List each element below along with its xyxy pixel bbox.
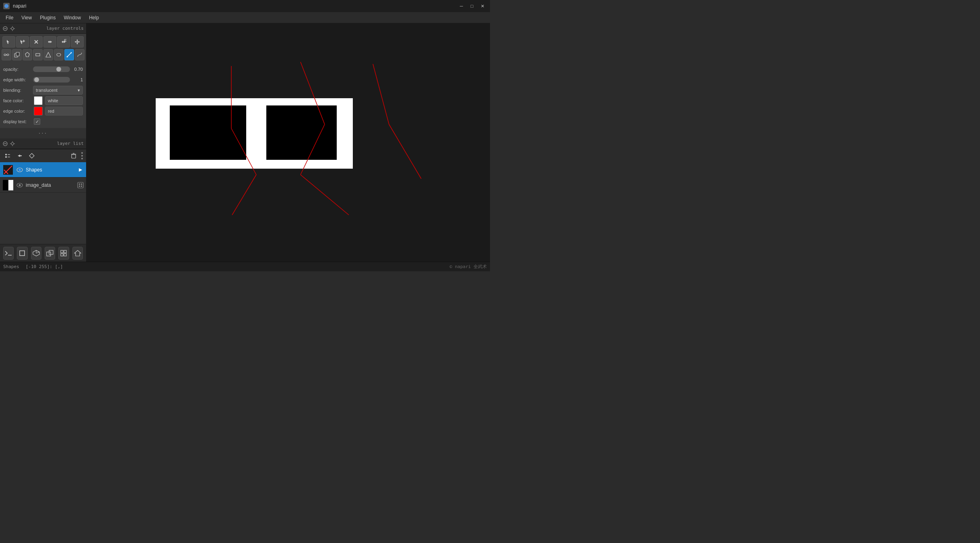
remove-vertex-tool[interactable] [30, 36, 43, 47]
menu-bar: File View Plugins Window Help [0, 12, 490, 23]
face-color-row: face color: white [3, 97, 83, 105]
svg-rect-74 [64, 254, 66, 256]
image-layer-name: image_data [26, 182, 75, 188]
layer-item-shapes[interactable]: Shapes ▶ [0, 162, 86, 178]
image-visibility[interactable] [16, 182, 23, 189]
svg-rect-63 [79, 186, 80, 187]
svg-marker-21 [75, 41, 76, 43]
menu-plugins[interactable]: Plugins [36, 13, 60, 22]
svg-rect-73 [61, 254, 63, 256]
svg-rect-57 [8, 180, 13, 190]
rectangle-tool[interactable] [33, 49, 43, 60]
ellipse-tool[interactable] [54, 49, 64, 60]
svg-marker-20 [76, 43, 78, 44]
svg-rect-70 [49, 250, 53, 254]
3d-btn[interactable] [31, 247, 41, 260]
settings-icon[interactable] [10, 26, 15, 31]
canvas-area[interactable] [86, 23, 490, 262]
opacity-label: opacity: [3, 67, 31, 72]
move-tool[interactable] [71, 36, 84, 47]
shapes-expand[interactable]: ▶ [77, 167, 84, 173]
svg-rect-71 [61, 250, 63, 253]
svg-marker-68 [36, 250, 39, 253]
svg-rect-23 [4, 54, 6, 56]
status-coords: [-10 255]: [,] [26, 264, 63, 269]
face-color-swatch[interactable] [34, 96, 43, 105]
menu-file[interactable]: File [2, 13, 17, 22]
copy-tool[interactable] [12, 49, 22, 60]
face-color-label: face color: [3, 98, 31, 103]
arrow-layer-btn[interactable] [14, 151, 25, 161]
layer-controls-area: opacity: 0.70 edge width: 1 blending: tr… [0, 63, 86, 128]
image-expand[interactable] [77, 182, 84, 188]
maximize-button[interactable]: □ [467, 2, 476, 10]
opacity-slider[interactable] [33, 66, 70, 72]
curve-tool[interactable] [75, 49, 84, 60]
grid-view-btn[interactable] [58, 247, 69, 260]
svg-point-59 [19, 184, 21, 186]
display-text-checkbox[interactable]: ✓ [34, 118, 40, 125]
blending-dropdown[interactable]: translucent ▾ [33, 86, 83, 95]
square-btn[interactable] [17, 247, 27, 260]
layer-list-header: layer list [0, 138, 86, 149]
app-icon [3, 3, 10, 9]
edge-width-label: edge width: [3, 77, 31, 82]
add-vertex-tool[interactable] [16, 36, 29, 47]
main-layout: layer controls [0, 23, 490, 262]
svg-line-83 [389, 124, 421, 179]
close-button[interactable]: ✕ [478, 2, 487, 10]
layer-item-image[interactable]: image_data [0, 178, 86, 193]
terminal-btn[interactable] [3, 247, 14, 260]
edge-color-name[interactable]: red [45, 107, 83, 116]
delete-layer-btn[interactable] [68, 151, 79, 161]
face-color-name[interactable]: white [45, 96, 83, 105]
svg-marker-30 [46, 52, 51, 57]
link-tool[interactable] [2, 49, 11, 60]
shapes-visibility[interactable] [16, 166, 23, 173]
controls-toolbar [0, 34, 86, 63]
diamond-btn[interactable] [27, 151, 37, 161]
opacity-value: 0.70 [72, 67, 83, 72]
blending-value: translucent [36, 88, 58, 93]
more-options-dots[interactable]: ··· [0, 128, 86, 138]
title-bar: napari ─ □ ✕ [0, 0, 490, 12]
triangle-tool[interactable] [43, 49, 53, 60]
select-tool[interactable] [2, 36, 15, 47]
path-tool[interactable] [64, 49, 74, 60]
menu-help[interactable]: Help [85, 13, 103, 22]
black-rect-left [170, 105, 246, 160]
black-rect-right [266, 105, 337, 160]
menu-view[interactable]: View [17, 13, 36, 22]
svg-point-0 [4, 4, 8, 8]
layer-list-collapse-icon[interactable] [2, 141, 8, 147]
svg-line-78 [232, 175, 256, 215]
svg-rect-66 [20, 251, 25, 256]
svg-rect-29 [36, 54, 40, 56]
svg-rect-64 [81, 186, 82, 187]
svg-point-42 [5, 154, 7, 155]
grid-btn[interactable] [2, 151, 13, 161]
select-vertex-tool[interactable] [57, 36, 70, 47]
svg-marker-22 [78, 41, 80, 43]
minimize-button[interactable]: ─ [457, 2, 466, 10]
pan-tool[interactable] [43, 36, 56, 47]
status-activity: © napari 全武术 [449, 264, 487, 270]
menu-window[interactable]: Window [60, 13, 85, 22]
svg-rect-24 [7, 54, 9, 56]
viewport [132, 58, 445, 227]
edge-width-slider[interactable] [33, 77, 70, 83]
image-white-rect [156, 98, 353, 169]
shapes-thumb [2, 164, 14, 175]
export-btn[interactable] [45, 247, 55, 260]
svg-line-82 [373, 64, 389, 124]
collapse-icon[interactable] [2, 26, 8, 31]
edge-color-swatch[interactable] [34, 107, 43, 116]
opacity-row: opacity: 0.70 [3, 65, 83, 73]
section-icons [2, 26, 15, 31]
home-btn[interactable] [72, 247, 83, 260]
layer-controls-header: layer controls [0, 23, 86, 34]
polygon-tool[interactable] [23, 49, 32, 60]
svg-point-31 [57, 54, 61, 56]
layer-list-settings-icon[interactable] [10, 141, 15, 147]
edge-width-value: 1 [72, 77, 83, 82]
